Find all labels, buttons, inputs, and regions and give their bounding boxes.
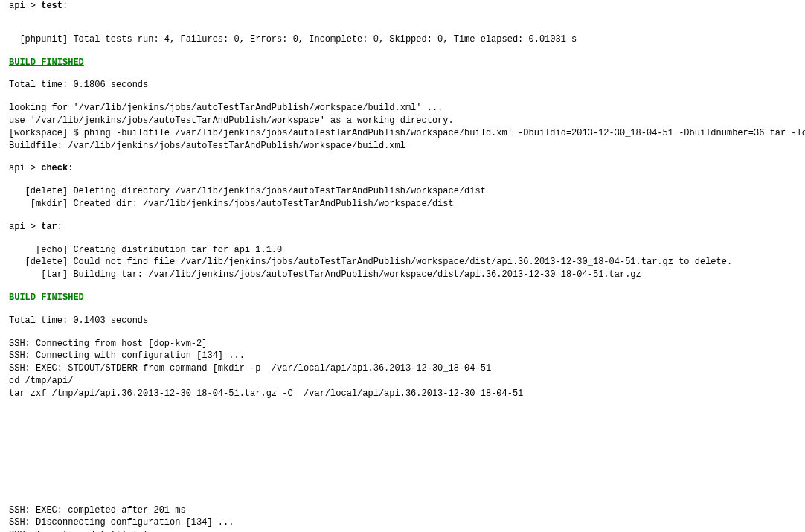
console-text: cd /tmp/api/	[9, 376, 73, 386]
build-finished-label[interactable]: BUILD FINISHED	[9, 292, 84, 303]
console-text: [workspace] $ phing -buildfile /var/lib/…	[9, 128, 805, 138]
console-line: cd /tmp/api/	[9, 375, 798, 388]
console-line: tar zxf /tmp/api/api.36.2013-12-30_18-04…	[9, 388, 798, 400]
console-text: [delete] Could not find file /var/lib/je…	[9, 257, 732, 267]
console-line: [tar] Building tar: /var/lib/jenkins/job…	[9, 269, 798, 281]
console-blank-line	[9, 68, 798, 79]
console-line: SSH: Connecting with configuration [134]…	[9, 350, 798, 362]
console-line: looking for '/var/lib/jenkins/jobs/autoT…	[9, 102, 798, 115]
console-text: api >	[9, 222, 41, 232]
console-text: [mkdir] Created dir: /var/lib/jenkins/jo…	[9, 199, 454, 209]
console-line: Total time: 0.1403 seconds	[9, 315, 798, 327]
console-text: Buildfile: /var/lib/jenkins/jobs/autoTes…	[9, 141, 405, 151]
console-text: :	[62, 1, 68, 11]
console-line: api > tar:	[9, 221, 798, 234]
console-text: [delete] Deleting directory /var/lib/jen…	[9, 186, 486, 196]
console-line: use '/var/lib/jenkins/jobs/autoTestTarAn…	[9, 115, 798, 127]
console-line: [mkdir] Created dir: /var/lib/jenkins/jo…	[9, 198, 798, 211]
console-gap	[9, 400, 798, 504]
console-line: [delete] Could not find file /var/lib/je…	[9, 256, 798, 269]
console-text: SSH: Connecting with configuration [134]…	[9, 350, 245, 361]
console-line: [phpunit] Total tests run: 4, Failures: …	[9, 33, 798, 46]
target-name: test	[41, 1, 62, 11]
console-line: BUILD FINISHED	[9, 57, 798, 69]
console-blank-line	[9, 281, 798, 292]
target-name: check	[41, 163, 68, 173]
console-blank-line	[9, 46, 798, 57]
console-line: BUILD FINISHED	[9, 292, 798, 304]
console-text: SSH: Disconnecting configuration [134] .…	[9, 517, 234, 528]
console-blank-line	[9, 13, 798, 23]
console-text: SSH: Connecting from host [dop-kvm-2]	[9, 339, 207, 349]
console-line: [echo] Creating distribution tar for api…	[9, 244, 798, 257]
console-line: Buildfile: /var/lib/jenkins/jobs/autoTes…	[9, 140, 798, 153]
console-text: SSH: EXEC: completed after 201 ms	[9, 505, 186, 516]
console-blank-line	[9, 92, 798, 102]
console-text: [phpunit] Total tests run: 4, Failures: …	[9, 34, 577, 45]
console-blank-line	[9, 175, 798, 185]
console-text: tar zxf /tmp/api/api.36.2013-12-30_18-04…	[9, 388, 523, 399]
console-text: looking for '/var/lib/jenkins/jobs/autoT…	[9, 103, 443, 113]
console-text: [tar] Building tar: /var/lib/jenkins/job…	[9, 269, 641, 280]
console-line: SSH: Disconnecting configuration [134] .…	[9, 516, 798, 529]
console-line: Total time: 0.1806 seconds	[9, 79, 798, 92]
console-line: [workspace] $ phing -buildfile /var/lib/…	[9, 127, 798, 140]
console-blank-line	[9, 152, 798, 162]
console-text: use '/var/lib/jenkins/jobs/autoTestTarAn…	[9, 115, 454, 126]
console-blank-line	[9, 23, 798, 33]
console-text: api >	[9, 163, 41, 173]
console-line: SSH: Connecting from host [dop-kvm-2]	[9, 338, 798, 350]
console-text: :	[68, 163, 73, 173]
console-line: SSH: Transferred 1 file(s)	[9, 529, 798, 532]
target-name: tar	[41, 222, 57, 232]
console-line: api > check:	[9, 162, 798, 175]
console-line: SSH: EXEC: completed after 201 ms	[9, 504, 798, 517]
console-blank-line	[9, 304, 798, 315]
console-blank-line	[9, 234, 798, 244]
console-text: SSH: EXEC: STDOUT/STDERR from command [m…	[9, 363, 491, 374]
console-text: :	[57, 222, 62, 232]
console-line: [delete] Deleting directory /var/lib/jen…	[9, 185, 798, 198]
console-line: api > test:	[9, 0, 798, 13]
console-line: SSH: EXEC: STDOUT/STDERR from command [m…	[9, 362, 798, 375]
console-text: Total time: 0.1806 seconds	[9, 80, 148, 90]
console-blank-line	[9, 211, 798, 221]
console-blank-line	[9, 327, 798, 338]
console-output: api > test: [phpunit] Total tests run: 4…	[0, 0, 805, 532]
console-text: Total time: 0.1403 seconds	[9, 315, 148, 326]
build-finished-label[interactable]: BUILD FINISHED	[9, 57, 84, 68]
console-text: api >	[9, 1, 41, 11]
console-text: [echo] Creating distribution tar for api…	[9, 245, 282, 255]
